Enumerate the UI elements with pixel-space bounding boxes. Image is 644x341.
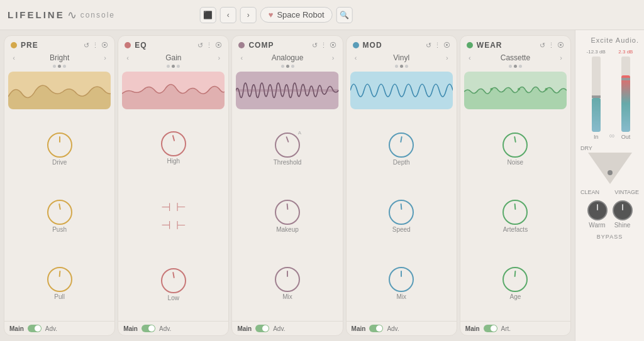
next-preset-button[interactable]: ›: [240, 7, 257, 23]
next-preset-arrow[interactable]: ›: [443, 54, 452, 62]
high-knob-label: High: [167, 158, 180, 165]
undo-icon[interactable]: ↺: [426, 41, 431, 50]
pre-dot: [11, 42, 17, 48]
power-icon[interactable]: ⦿: [557, 41, 564, 50]
main-tab[interactable]: Main: [9, 325, 24, 332]
in-meter-handle[interactable]: [592, 95, 601, 98]
adv-tab[interactable]: Adv.: [387, 325, 399, 332]
power-icon[interactable]: ⦿: [215, 41, 222, 50]
adv-tab[interactable]: Adv.: [45, 325, 57, 332]
meters-row: -12.3 dB In ∞ 2.3 dB Out: [580, 49, 639, 140]
high-cut-btn[interactable]: ⊣: [161, 200, 171, 214]
mod-title: MOD: [363, 41, 422, 50]
next-preset-arrow[interactable]: ›: [557, 54, 565, 62]
prev-preset-arrow[interactable]: ‹: [465, 54, 474, 62]
pre-preset-label: Bright: [50, 53, 69, 62]
adv-tab[interactable]: Adv.: [273, 325, 285, 332]
in-db-label: -12.3 dB: [587, 49, 606, 55]
main-tab[interactable]: Main: [465, 325, 480, 332]
menu-icon[interactable]: ⋮: [92, 41, 99, 50]
warm-knob[interactable]: [587, 200, 608, 220]
svg-point-7: [518, 88, 520, 90]
logo-text: LIFELINE: [8, 9, 65, 20]
depth-knob-label: Depth: [393, 159, 410, 166]
speed-knob[interactable]: [389, 200, 414, 225]
menu-icon[interactable]: ⋮: [434, 41, 441, 50]
power-icon[interactable]: ⦿: [330, 41, 336, 50]
undo-icon[interactable]: ↺: [312, 41, 318, 50]
menu-icon[interactable]: ⋮: [206, 41, 213, 50]
prev-preset-button[interactable]: ‹: [220, 7, 236, 23]
mix-knob[interactable]: [389, 267, 414, 292]
out-meter-handle[interactable]: [621, 78, 630, 80]
low-knob[interactable]: [161, 268, 186, 293]
mix-knob[interactable]: [275, 267, 300, 292]
push-knob[interactable]: [47, 200, 72, 225]
artefacts-knob-group: Artefacts: [502, 200, 528, 233]
mod-knobs-area: Depth Speed Mix: [347, 112, 457, 321]
undo-icon[interactable]: ↺: [84, 41, 89, 50]
link-icon[interactable]: ∞: [609, 131, 615, 140]
menu-icon[interactable]: ⋮: [548, 41, 555, 50]
pull-knob[interactable]: [47, 267, 72, 292]
adv-tab[interactable]: Art.: [501, 325, 511, 332]
shine-knob[interactable]: [613, 200, 633, 220]
age-knob[interactable]: [502, 267, 528, 292]
heart-icon: ♥: [269, 10, 274, 19]
makeup-knob-group: Makeup: [275, 200, 300, 233]
prev-preset-arrow[interactable]: ‹: [123, 54, 132, 62]
strip-toggle[interactable]: [369, 325, 383, 332]
artefacts-knob[interactable]: [502, 200, 528, 225]
strip-mod: MOD ↺ ⋮ ⦿ ‹ Vinyl ›: [346, 35, 457, 336]
makeup-knob[interactable]: [275, 200, 300, 225]
strip-toggle[interactable]: [142, 325, 155, 332]
undo-icon[interactable]: ↺: [540, 41, 545, 50]
dry-triangle[interactable]: [585, 153, 635, 184]
meter-out: 2.3 dB Out: [618, 49, 633, 140]
high-shelf-btn[interactable]: ⊢: [176, 200, 186, 214]
bypass-button[interactable]: BYPASS: [597, 234, 623, 240]
prev-preset-arrow[interactable]: ‹: [237, 54, 246, 62]
prev-preset-arrow[interactable]: ‹: [9, 54, 18, 62]
low-cut-btn[interactable]: ⊣: [161, 218, 171, 232]
age-knob-label: Age: [510, 293, 521, 300]
strip-toggle[interactable]: [255, 325, 269, 332]
noise-knob-group: Noise: [502, 133, 528, 166]
eq-filter-row-2: ⊣ ⊢: [161, 218, 186, 232]
artefacts-knob-label: Artefacts: [503, 226, 528, 233]
threshold-knob[interactable]: A: [275, 133, 300, 158]
strip-toggle[interactable]: [28, 325, 42, 332]
next-preset-arrow[interactable]: ›: [329, 54, 338, 62]
wear-dot: [467, 42, 473, 48]
strip-toggle[interactable]: [484, 325, 497, 332]
wear-waveform[interactable]: [464, 72, 567, 109]
dry-dot[interactable]: [608, 170, 613, 175]
auto-badge: A: [297, 130, 303, 136]
low-shelf-btn[interactable]: ⊢: [176, 218, 186, 232]
brand-logo: Excite Audio.: [580, 36, 639, 44]
menu-icon[interactable]: ⋮: [320, 41, 327, 50]
save-button[interactable]: ⬛: [200, 7, 216, 23]
next-preset-arrow[interactable]: ›: [101, 54, 109, 62]
depth-knob[interactable]: [389, 133, 414, 158]
main-tab[interactable]: Main: [352, 325, 366, 332]
pre-waveform[interactable]: [8, 72, 111, 109]
main-tab[interactable]: Main: [237, 325, 252, 332]
high-knob[interactable]: [161, 131, 186, 156]
wear-knobs-area: Noise Artefacts Age: [460, 112, 570, 321]
main-tab[interactable]: Main: [123, 325, 138, 332]
undo-icon[interactable]: ↺: [197, 41, 203, 50]
next-preset-arrow[interactable]: ›: [214, 54, 223, 62]
noise-knob[interactable]: [502, 133, 528, 158]
eq-waveform[interactable]: [122, 72, 225, 109]
high-knob-group: High: [161, 131, 186, 165]
power-icon[interactable]: ⦿: [443, 41, 450, 50]
prev-preset-arrow[interactable]: ‹: [352, 54, 360, 62]
power-icon[interactable]: ⦿: [101, 41, 108, 50]
mod-waveform[interactable]: [350, 72, 453, 109]
search-button[interactable]: 🔍: [336, 7, 353, 23]
drive-knob[interactable]: [47, 133, 72, 158]
adv-tab[interactable]: Adv.: [159, 325, 171, 332]
app-logo: LIFELINE ∿ console: [8, 8, 115, 22]
comp-waveform[interactable]: [236, 72, 338, 109]
